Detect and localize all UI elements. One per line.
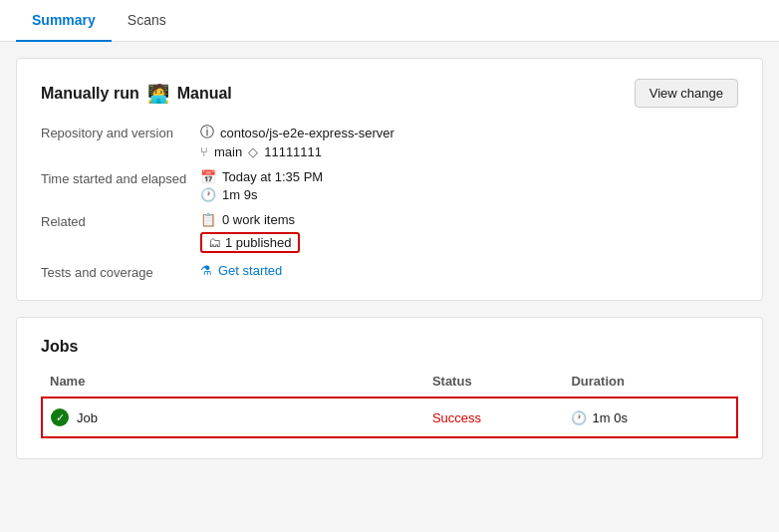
table-row[interactable]: ✓ Job Success 🕐 1m 0s [42, 398, 737, 437]
time-started: Today at 1:35 PM [222, 169, 323, 184]
duration-text: 1m 0s [592, 410, 627, 425]
main-content: Manually run 🧑‍💻 Manual View change Repo… [0, 42, 779, 475]
calendar-icon: 📅 [200, 169, 216, 184]
jobs-table-body: ✓ Job Success 🕐 1m 0s [42, 398, 737, 437]
time-started-line: 📅 Today at 1:35 PM [200, 169, 738, 184]
details-table: Repository and version ⓘ contoso/js-e2e-… [41, 124, 738, 280]
published-icon: 🗂 [208, 235, 221, 250]
time-value: 📅 Today at 1:35 PM 🕐 1m 9s [200, 169, 738, 202]
related-label: Related [41, 212, 200, 253]
work-items-text: 0 work items [222, 212, 295, 227]
run-title-text: Manually run [41, 85, 139, 103]
repo-name-line: ⓘ contoso/js-e2e-express-server [200, 124, 738, 141]
elapsed-line: 🕐 1m 9s [200, 187, 738, 202]
repo-label: Repository and version [41, 124, 200, 159]
run-type-text: Manual [177, 85, 232, 103]
job-status-text: Success [432, 410, 481, 425]
job-duration-cell: 🕐 1m 0s [563, 398, 737, 437]
jobs-title: Jobs [41, 338, 738, 356]
get-started-line: ⚗ Get started [200, 263, 738, 278]
elapsed-value: 1m 9s [222, 187, 257, 202]
success-icon: ✓ [51, 408, 69, 426]
duration-clock-icon: 🕐 [571, 410, 587, 425]
tab-summary[interactable]: Summary [16, 0, 112, 42]
get-started-link[interactable]: Get started [218, 263, 282, 278]
summary-header: Manually run 🧑‍💻 Manual View change [41, 79, 738, 108]
jobs-header-row: Name Status Duration [42, 368, 737, 398]
col-header-name: Name [42, 368, 424, 398]
published-highlight[interactable]: 🗂 1 published [200, 232, 300, 253]
job-name-text: Job [77, 410, 98, 425]
work-items-line: 📋 0 work items [200, 212, 738, 227]
workitems-icon: 📋 [200, 212, 216, 227]
related-value: 📋 0 work items 🗂 1 published [200, 212, 738, 253]
avatar: 🧑‍💻 [147, 83, 169, 105]
branch-icon: ⑂ [200, 144, 208, 159]
job-name-inner: ✓ Job [51, 408, 416, 426]
duration-inner: 🕐 1m 0s [571, 410, 728, 425]
tab-scans[interactable]: Scans [112, 0, 182, 42]
jobs-table: Name Status Duration ✓ Job Success [41, 368, 738, 438]
time-label: Time started and elapsed [41, 169, 200, 202]
job-name-cell: ✓ Job [42, 398, 424, 437]
github-icon: ⓘ [200, 124, 214, 141]
summary-card: Manually run 🧑‍💻 Manual View change Repo… [16, 58, 763, 301]
clock-elapsed-icon: 🕐 [200, 187, 216, 202]
job-status-cell: Success [424, 398, 564, 437]
tests-value: ⚗ Get started [200, 263, 738, 280]
published-text: 1 published [225, 235, 292, 250]
commit-separator: ◇ [248, 144, 258, 159]
branch-name: main [214, 144, 242, 159]
jobs-table-header: Name Status Duration [42, 368, 737, 398]
repo-name: contoso/js-e2e-express-server [220, 126, 394, 140]
flask-icon: ⚗ [200, 263, 212, 278]
published-line: 🗂 1 published [200, 230, 738, 253]
view-change-button[interactable]: View change [635, 79, 738, 108]
col-header-status: Status [424, 368, 564, 398]
col-header-duration: Duration [563, 368, 737, 398]
tabs-bar: Summary Scans [0, 0, 779, 42]
summary-title: Manually run 🧑‍💻 Manual [41, 83, 232, 105]
jobs-card: Jobs Name Status Duration ✓ Job [16, 317, 763, 459]
repo-value: ⓘ contoso/js-e2e-express-server ⑂ main ◇… [200, 124, 738, 159]
tests-label: Tests and coverage [41, 263, 200, 280]
commit-hash: 11111111 [264, 144, 322, 159]
repo-branch-line: ⑂ main ◇ 11111111 [200, 144, 738, 159]
